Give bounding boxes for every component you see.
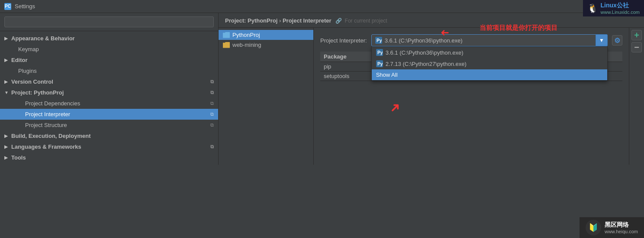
title-bar-text: Settings <box>15 3 35 10</box>
copy-icon: ⧉ <box>210 122 214 128</box>
for-current-text: For current project <box>345 18 387 24</box>
sidebar-item-version-control[interactable]: ▶ Version Control ⧉ <box>0 76 218 87</box>
sidebar-item-label: Build, Execution, Deployment <box>11 133 90 139</box>
arrow-icon: ▶ <box>4 144 9 149</box>
arrow-icon: ▶ <box>4 155 9 160</box>
sidebar-nav: ▶ Appearance & Behavior Keymap ▶ Editor … <box>0 31 218 165</box>
interpreter-settings-button[interactable]: ⚙ <box>612 35 622 46</box>
sidebar-item-build-execution[interactable]: ▶ Build, Execution, Deployment <box>0 130 218 141</box>
sidebar-item-project-dependencies[interactable]: Project Dependencies ⧉ <box>0 98 218 109</box>
interpreter-dropdown[interactable]: Py 3.6.1 (C:\Python36\python.exe) <box>371 34 608 46</box>
dropdown-option-show-all[interactable]: Show All <box>372 69 607 80</box>
sidebar: ▶ Appearance & Behavior Keymap ▶ Editor … <box>0 13 219 165</box>
sidebar-item-label: Project: PythonProj <box>11 89 64 96</box>
tree-item-pythonproj[interactable]: PythonProj <box>219 30 313 40</box>
panel-header: Project: PythonProj › Project Interprete… <box>219 13 644 28</box>
sidebar-item-keymap[interactable]: Keymap <box>0 44 218 55</box>
copy-icon: ⧉ <box>210 101 214 106</box>
svg-text:Py: Py <box>377 38 382 43</box>
heiqu-watermark: 🔰 黑区网络 www.heiqu.com <box>580 217 644 238</box>
for-current-project: 🔗 For current project <box>335 18 387 24</box>
svg-text:Py: Py <box>377 50 383 55</box>
search-input[interactable] <box>4 16 214 27</box>
dropdown-option-py361[interactable]: Py 3.6.1 (C:\Python36\python.exe) <box>372 47 607 58</box>
interpreter-row: Project Interpreter: Py 3.6.1 (C:\Python… <box>320 34 622 46</box>
sidebar-item-label: Version Control <box>11 78 53 85</box>
sidebar-item-editor[interactable]: ▶ Editor <box>0 55 218 65</box>
copy-icon: ⧉ <box>210 79 214 85</box>
sidebar-item-project-pythonproj[interactable]: ▼ Project: PythonProj ⧉ <box>0 87 218 98</box>
sidebar-item-label: Project Dependencies <box>25 100 80 107</box>
sidebar-item-label: Tools <box>11 154 26 161</box>
heiqu-brand: 黑区网络 <box>605 221 638 229</box>
sidebar-item-label: Project Interpreter <box>25 111 70 117</box>
search-box-container <box>0 13 218 31</box>
package-column-header: Package <box>324 53 347 60</box>
copy-icon: ⧉ <box>210 144 214 150</box>
chevron-down-icon: ▼ <box>599 37 604 43</box>
sidebar-item-project-interpreter[interactable]: Project Interpreter ⧉ <box>0 109 218 120</box>
dropdown-option-label: 2.7.13 (C:\Python27\python.exe) <box>386 61 467 67</box>
dropdown-option-label: 3.6.1 (C:\Python36\python.exe) <box>386 49 464 56</box>
dropdown-selected-value: 3.6.1 (C:\Python36\python.exe) <box>385 37 463 44</box>
python-icon: Py <box>375 37 382 44</box>
dropdown-arrow-button[interactable]: ▼ <box>596 34 608 46</box>
sidebar-item-label: Appearance & Behavior <box>11 35 75 42</box>
arrow-icon: ▶ <box>4 36 9 41</box>
package-name: setuptools <box>324 73 349 79</box>
copy-icon: ⧉ <box>210 111 214 117</box>
main-content: ▶ Appearance & Behavior Keymap ▶ Editor … <box>0 13 644 165</box>
heiqu-url: www.heiqu.com <box>605 229 638 234</box>
tree-item-web-mining[interactable]: web-mining <box>219 40 313 50</box>
tree-item-label: PythonProj <box>232 32 260 38</box>
dropdown-option-label: Show All <box>376 72 398 78</box>
python-icon: Py <box>376 49 383 56</box>
sidebar-item-project-structure[interactable]: Project Structure ⧉ <box>0 120 218 130</box>
folder-icon <box>223 42 230 48</box>
breadcrumb-project: Project: PythonProj <box>225 17 277 24</box>
sidebar-item-label: Plugins <box>18 68 37 74</box>
link-icon: 🔗 <box>335 18 342 24</box>
sidebar-item-label: Languages & Frameworks <box>11 143 81 150</box>
dropdown-option-py2713[interactable]: Py 2.7.13 (C:\Python27\python.exe) <box>372 58 607 69</box>
arrow-icon: ▼ <box>4 90 9 95</box>
python-icon: Py <box>376 60 383 67</box>
arrow-icon: ▶ <box>4 58 9 62</box>
sidebar-item-label: Project Structure <box>25 122 67 128</box>
arrow-icon: ▶ <box>4 134 9 138</box>
sidebar-item-languages[interactable]: ▶ Languages & Frameworks ⧉ <box>0 141 218 152</box>
sidebar-item-label: Keymap <box>18 46 39 52</box>
arrow-icon: ▶ <box>4 79 9 84</box>
tree-item-label: web-mining <box>232 42 261 48</box>
copy-icon: ⧉ <box>210 90 214 95</box>
app-icon: PC <box>4 3 11 10</box>
title-bar: PC Settings <box>0 0 644 13</box>
svg-text:Py: Py <box>377 62 383 66</box>
interpreter-label: Project Interpreter: <box>320 37 367 44</box>
sidebar-item-tools[interactable]: ▶ Tools <box>0 152 218 163</box>
dropdown-list: Py 3.6.1 (C:\Python36\python.exe) <box>371 46 608 81</box>
sidebar-item-appearance[interactable]: ▶ Appearance & Behavior <box>0 33 218 44</box>
sidebar-item-plugins[interactable]: Plugins <box>0 65 218 76</box>
add-package-button[interactable]: + <box>631 30 642 40</box>
project-tree: PythonProj web-mining <box>219 28 314 165</box>
interpreter-panel: Project Interpreter: Py 3.6.1 (C:\Python… <box>314 28 629 165</box>
action-buttons: + − <box>629 28 644 165</box>
sidebar-item-label: Editor <box>11 57 28 63</box>
heiqu-logo: 🔰 <box>586 220 601 235</box>
breadcrumb-page: Project Interpreter <box>283 17 332 24</box>
folder-icon <box>223 32 230 38</box>
remove-package-button[interactable]: − <box>631 42 642 52</box>
breadcrumb: Project: PythonProj › Project Interprete… <box>225 17 333 24</box>
interpreter-dropdown-wrapper: Py 3.6.1 (C:\Python36\python.exe) ▼ <box>371 34 608 46</box>
right-panel: Project: PythonProj › Project Interprete… <box>219 13 644 165</box>
package-name: pip <box>324 63 331 70</box>
breadcrumb-separator: › <box>279 17 283 24</box>
panel-body: PythonProj web-mining Project Interprete… <box>219 28 644 165</box>
